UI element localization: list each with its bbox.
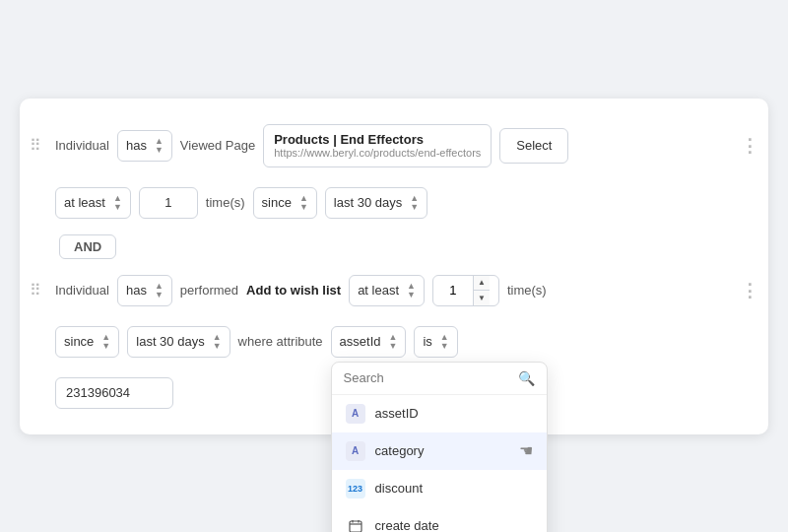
attribute-dropdown-menu: 🔍 A assetID A category ☚ 123 discount	[331, 362, 548, 533]
has-arrows-1: ▲▼	[155, 137, 164, 155]
condition-row-3: ⠿ Individual has ▲▼ performed Add to wis…	[20, 265, 768, 316]
viewed-page-label: Viewed Page	[180, 138, 255, 153]
since-label-1: since	[262, 195, 292, 210]
count-spin-3[interactable]: ▲ ▼	[432, 275, 499, 306]
count-input-3[interactable]	[433, 283, 473, 298]
performed-label: performed	[180, 283, 238, 298]
more-options-1[interactable]: ⋮	[741, 135, 758, 157]
dropdown-item-discount[interactable]: 123 discount	[332, 470, 547, 507]
condition-row-2: at least ▲▼ 1 time(s) since ▲▼ last 30 d…	[20, 177, 768, 229]
assetid-dropdown-container: assetId ▲▼ 🔍 A assetID A category ☚	[331, 326, 407, 358]
event-label: Add to wish list	[246, 283, 341, 298]
last-30-select-4[interactable]: last 30 days ▲▼	[127, 326, 230, 358]
assetid-select[interactable]: assetId ▲▼	[331, 326, 407, 358]
at-least-label-3: at least	[358, 283, 399, 298]
times-label-3: time(s)	[507, 283, 547, 298]
page-selector[interactable]: Products | End Effectors https://www.ber…	[263, 124, 492, 167]
last-30-label-4: last 30 days	[136, 334, 204, 349]
at-least-arrows-3: ▲▼	[407, 282, 416, 299]
has-select-3[interactable]: has ▲▼	[117, 275, 172, 306]
select-button[interactable]: Select	[499, 128, 568, 164]
dropdown-item-category[interactable]: A category ☚	[332, 432, 547, 470]
and-divider: AND	[20, 229, 768, 265]
spin-up-3[interactable]: ▲	[474, 276, 490, 292]
is-select[interactable]: is ▲▼	[414, 326, 457, 358]
last-30-arrows-1: ▲▼	[410, 194, 419, 212]
condition-row-1: ⠿ Individual has ▲▼ Viewed Page Products…	[20, 114, 768, 177]
where-attr-label: where attribute	[238, 334, 323, 349]
dropdown-search-input[interactable]	[344, 370, 512, 385]
discount-item-label: discount	[375, 481, 423, 496]
assetid-type-icon: A	[346, 404, 365, 424]
drag-handle-1[interactable]: ⠿	[30, 136, 41, 155]
individual-label-1: Individual	[55, 138, 109, 153]
has-select-1[interactable]: has ▲▼	[117, 130, 172, 162]
and-button[interactable]: AND	[59, 234, 116, 259]
category-type-icon: A	[346, 441, 365, 461]
more-options-3[interactable]: ⋮	[741, 280, 758, 301]
condition-row-4: since ▲▼ last 30 days ▲▼ where attribute…	[20, 316, 768, 367]
times-label-1: time(s)	[206, 195, 245, 210]
at-least-label-1: at least	[64, 195, 105, 210]
assetid-item-label: assetID	[375, 406, 419, 421]
has-label-3: has	[126, 283, 147, 298]
count-input-1[interactable]: 1	[139, 187, 198, 219]
since-arrows-4: ▲▼	[101, 333, 110, 351]
at-least-select-3[interactable]: at least ▲▼	[349, 275, 425, 306]
category-item-label: category	[375, 443, 425, 458]
has-arrows-3: ▲▼	[155, 282, 164, 299]
dropdown-item-assetid[interactable]: A assetID	[332, 395, 547, 432]
spin-arrows-3: ▲ ▼	[473, 276, 490, 305]
since-select-4[interactable]: since ▲▼	[55, 326, 119, 358]
search-icon: 🔍	[518, 370, 535, 386]
dropdown-item-create-date[interactable]: create date	[332, 507, 547, 533]
individual-label-3: Individual	[55, 283, 109, 298]
has-label-1: has	[126, 138, 147, 153]
cursor-indicator: ☚	[519, 441, 533, 460]
since-label-4: since	[64, 334, 94, 349]
since-select-1[interactable]: since ▲▼	[253, 187, 317, 219]
create-date-type-icon	[346, 516, 365, 533]
create-date-item-label: create date	[375, 518, 439, 532]
since-arrows-1: ▲▼	[299, 194, 308, 212]
is-arrows: ▲▼	[440, 333, 449, 351]
at-least-arrows-1: ▲▼	[113, 194, 122, 212]
last-30-select-1[interactable]: last 30 days ▲▼	[325, 187, 427, 219]
spin-down-3[interactable]: ▼	[474, 291, 490, 305]
last-30-label-1: last 30 days	[334, 195, 402, 210]
assetid-arrows: ▲▼	[389, 333, 398, 351]
dropdown-search-row: 🔍	[332, 363, 547, 395]
page-url: https://www.beryl.co/products/end-effect…	[274, 147, 481, 159]
drag-handle-3[interactable]: ⠿	[30, 281, 41, 299]
at-least-select-1[interactable]: at least ▲▼	[55, 187, 131, 219]
discount-type-icon: 123	[346, 479, 365, 499]
assetid-label: assetId	[340, 334, 381, 349]
last-30-arrows-4: ▲▼	[213, 333, 222, 351]
value-input[interactable]	[55, 377, 173, 409]
condition-builder: ⠿ Individual has ▲▼ Viewed Page Products…	[20, 99, 768, 434]
page-title: Products | End Effectors	[274, 132, 481, 147]
is-label: is	[423, 334, 431, 349]
svg-rect-0	[350, 521, 361, 532]
